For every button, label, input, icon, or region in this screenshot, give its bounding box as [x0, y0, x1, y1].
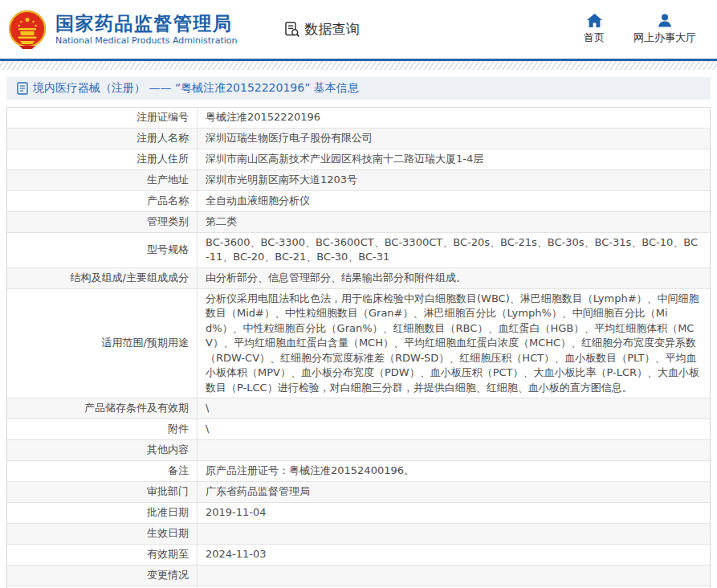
- row-label: 产品储存条件及有效期: [7, 398, 198, 419]
- row-label: 备注: [7, 461, 198, 481]
- row-label: 变更情况: [7, 566, 198, 586]
- row-label: 生效日期: [7, 524, 198, 544]
- row-label: 批准日期: [7, 503, 198, 523]
- row-value: 原产品注册证号：粤械注准20152400196。: [198, 461, 710, 481]
- row-value: [198, 566, 710, 586]
- table-row: 生产地址 深圳市光明新区南环大道1203号: [7, 170, 710, 191]
- row-value: 广东省药品监督管理局: [198, 482, 710, 502]
- row-label: 管理类别: [7, 212, 198, 232]
- agency-brand[interactable]: 国家药品监督管理局 National Medical Products Admi…: [6, 9, 237, 51]
- row-label: 生产地址: [7, 170, 198, 190]
- nav-home-label: 首页: [584, 31, 605, 45]
- table-row: 备注 原产品注册证号：粤械注准20152400196。: [7, 461, 710, 482]
- row-label: 注册人住所: [7, 149, 198, 169]
- national-emblem-logo: [6, 9, 48, 51]
- table-row: 适用范围/预期用途 分析仪采用电阻法和比色法，用于临床检验中对白细胞数目(WBC…: [7, 289, 710, 398]
- table-row: 产品名称 全自动血液细胞分析仪: [7, 191, 710, 212]
- row-label: 型号规格: [7, 233, 198, 267]
- row-value: 深圳市光明新区南环大道1203号: [198, 170, 710, 190]
- row-value: 分析仪采用电阻法和比色法，用于临床检验中对白细胞数目(WBC)、淋巴细胞数目（L…: [198, 289, 710, 398]
- table-row: 注册人名称 深圳迈瑞生物医疗电子股份有限公司: [7, 129, 710, 149]
- registration-info-table: 注册证编号 粤械注准20152220196 注册人名称 深圳迈瑞生物医疗电子股份…: [6, 107, 711, 588]
- agency-name-zh: 国家药品监督管理局: [55, 13, 237, 34]
- row-value: 粤械注准20152220196: [198, 108, 710, 128]
- row-label: 审批部门: [7, 482, 198, 502]
- row-value: 由分析部分、信息管理部分、结果输出部分和附件组成。: [198, 268, 710, 288]
- table-row: 审批部门 广东省药品监督管理局: [7, 482, 710, 503]
- hatch-pattern-band: [0, 61, 717, 70]
- row-value: 2019-11-04: [198, 503, 710, 523]
- nav-item-service-hall[interactable]: 网上办事大厅: [633, 14, 696, 45]
- row-value: 深圳市南山区高新技术产业园区科技南十二路迈瑞大厦1-4层: [198, 149, 710, 169]
- page-title: 境内医疗器械（注册） —— “粤械注准20152220196” 基本信息: [33, 81, 359, 96]
- table-row: 管理类别 第二类: [7, 212, 710, 233]
- data-query-label: 数据查询: [304, 20, 359, 39]
- person-icon: [658, 14, 672, 27]
- data-query-tab[interactable]: 数据查询: [283, 20, 359, 39]
- table-row: 生效日期: [7, 524, 710, 545]
- table-row: 附件 \: [7, 419, 710, 440]
- page-header: 国家药品监督管理局 National Medical Products Admi…: [0, 0, 717, 59]
- row-label: 附件: [7, 419, 198, 439]
- table-row: 结构及组成/主要组成成分 由分析部分、信息管理部分、结果输出部分和附件组成。: [7, 268, 710, 289]
- row-label: 适用范围/预期用途: [7, 289, 198, 398]
- table-row: 产品储存条件及有效期 \: [7, 398, 710, 419]
- row-value: [198, 440, 710, 460]
- table-row: 注册人住所 深圳市南山区高新技术产业园区科技南十二路迈瑞大厦1-4层: [7, 149, 710, 170]
- document-icon: [17, 82, 28, 95]
- row-value: [198, 524, 710, 544]
- nav-service-hall-label: 网上办事大厅: [633, 31, 696, 45]
- row-value: BC-3600、BC-3300、BC-3600CT、BC-3300CT、BC-2…: [198, 233, 710, 267]
- row-label: 注册证编号: [7, 108, 198, 128]
- row-value: 2024-11-03: [198, 545, 710, 565]
- table-row: 注册证编号 粤械注准20152220196: [7, 108, 710, 129]
- table-row: 变更情况: [7, 566, 710, 586]
- row-label: 其他内容: [7, 440, 198, 460]
- table-row: 有效期至 2024-11-03: [7, 545, 710, 566]
- row-label: 有效期至: [7, 545, 198, 565]
- nav-item-home[interactable]: 首页: [584, 14, 605, 45]
- home-icon: [587, 14, 602, 27]
- row-value: \: [198, 419, 710, 439]
- breadcrumb: 境内医疗器械（注册） —— “粤械注准20152220196” 基本信息: [6, 77, 711, 100]
- table-row: 批准日期 2019-11-04: [7, 503, 710, 524]
- table-row: 其他内容: [7, 440, 710, 461]
- top-navigation: 首页 网上办事大厅: [584, 14, 703, 45]
- row-label: 结构及组成/主要组成成分: [7, 268, 198, 288]
- agency-name-en: National Medical Products Administration: [55, 35, 237, 46]
- row-value: \: [198, 398, 710, 419]
- row-value: 深圳迈瑞生物医疗电子股份有限公司: [198, 129, 710, 149]
- row-label: 注册人名称: [7, 129, 198, 149]
- document-search-icon: [283, 21, 300, 38]
- row-value: 全自动血液细胞分析仪: [198, 191, 710, 211]
- table-row: 型号规格 BC-3600、BC-3300、BC-3600CT、BC-3300CT…: [7, 233, 710, 268]
- row-value: 第二类: [198, 212, 710, 232]
- row-label: 产品名称: [7, 191, 198, 211]
